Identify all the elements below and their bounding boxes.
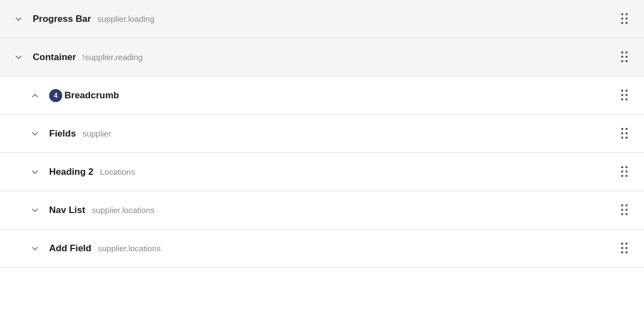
label-nav-list: Nav List xyxy=(49,205,85,216)
dots-grid-progress-bar xyxy=(621,13,628,25)
label-container: Container xyxy=(33,52,76,63)
dots-grid-breadcrumb xyxy=(621,90,628,101)
chevron-icon-add-field[interactable] xyxy=(27,241,43,256)
dots-menu-container[interactable] xyxy=(616,49,633,66)
tree-item-nav-list[interactable]: Nav Listsupplier.locations xyxy=(0,191,644,229)
chevron-icon-breadcrumb[interactable] xyxy=(27,88,43,103)
dots-menu-add-field[interactable] xyxy=(616,240,633,257)
label-progress-bar: Progress Bar xyxy=(33,14,91,25)
tree-item-breadcrumb[interactable]: 4Breadcrumb xyxy=(0,76,644,115)
chevron-icon-container[interactable] xyxy=(11,50,26,65)
tree-item-add-field[interactable]: Add Fieldsupplier.locations xyxy=(0,229,644,268)
dots-grid-add-field xyxy=(621,243,628,254)
tree-item-container[interactable]: Container!supplier.reading xyxy=(0,38,644,76)
sublabel-fields: supplier xyxy=(82,129,111,138)
dots-menu-breadcrumb[interactable] xyxy=(616,87,633,104)
tree-item-heading2[interactable]: Heading 2Locations xyxy=(0,153,644,191)
dots-grid-container xyxy=(621,51,628,63)
chevron-icon-nav-list[interactable] xyxy=(27,203,43,218)
chevron-icon-heading2[interactable] xyxy=(27,164,43,180)
sublabel-heading2: Locations xyxy=(100,167,135,176)
chevron-icon-fields[interactable] xyxy=(27,126,43,141)
label-heading2: Heading 2 xyxy=(49,167,93,178)
badge-breadcrumb: 4 xyxy=(49,89,62,102)
dots-grid-fields xyxy=(621,128,628,139)
sublabel-nav-list: supplier.locations xyxy=(92,205,154,215)
chevron-icon-progress-bar[interactable] xyxy=(11,11,26,27)
dots-grid-nav-list xyxy=(621,204,628,216)
tree-item-fields[interactable]: Fieldssupplier xyxy=(0,115,644,153)
dots-menu-heading2[interactable] xyxy=(616,163,633,181)
sublabel-add-field: supplier.locations xyxy=(98,244,160,253)
sublabel-container: !supplier.reading xyxy=(82,52,142,62)
label-breadcrumb: Breadcrumb xyxy=(64,90,119,101)
tree-item-progress-bar[interactable]: Progress Barsupplier.loading xyxy=(0,0,644,38)
dots-menu-fields[interactable] xyxy=(616,125,633,143)
dots-menu-progress-bar[interactable] xyxy=(616,10,633,28)
dots-grid-heading2 xyxy=(621,166,628,178)
dots-menu-nav-list[interactable] xyxy=(616,202,633,219)
sublabel-progress-bar: supplier.loading xyxy=(98,14,154,23)
label-add-field: Add Field xyxy=(49,243,91,254)
label-fields: Fields xyxy=(49,128,76,139)
